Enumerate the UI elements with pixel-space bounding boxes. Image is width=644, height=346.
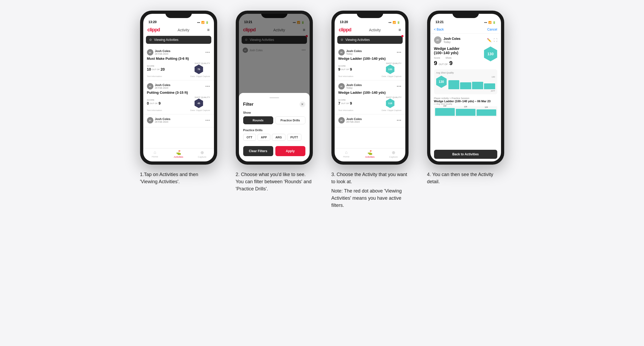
apply-button[interactable]: Apply: [275, 146, 305, 156]
detail-stats-section: Score Shots 9 OUT OF 9: [434, 57, 460, 67]
bar-chart-4: [448, 79, 495, 89]
user-info-1-1: JC Josh Coles 28 Feb 2023: [147, 49, 171, 55]
avatar-1-1: JC: [147, 49, 153, 55]
app-title-3: Activity: [369, 28, 381, 32]
out-of-1-1: OUT OF: [152, 68, 160, 71]
clear-filters-button[interactable]: Clear Filters: [243, 146, 273, 156]
activities-icon-1: ⛳: [176, 150, 181, 155]
app-title-1: Activity: [178, 28, 189, 32]
info-left-1-1: Test Information: [147, 75, 162, 78]
app-button[interactable]: APP: [258, 134, 271, 141]
screen-4: 13:21 ▪▪▪ 📶 🔋 < Back Cancel JC: [430, 14, 501, 161]
edit-icons: ✏️ ⛶: [487, 38, 497, 42]
back-to-activities-button[interactable]: Back to Activities: [434, 150, 497, 159]
rounds-toggle-button[interactable]: Rounds: [243, 116, 273, 124]
putt-button[interactable]: PUTT: [287, 134, 302, 141]
ott-button[interactable]: OTT: [243, 134, 256, 141]
session-type: Player Activity > Practice Session: [434, 97, 497, 100]
shots-val-3-2: 9: [350, 101, 352, 105]
user-date-3-3: 28 Feb 2023: [346, 121, 362, 123]
viewing-banner-1[interactable]: ⚙ Viewing Activities: [146, 36, 211, 44]
user-name-3-1: Josh Coles: [346, 49, 362, 53]
phone-2: 13:21 ▪▪▪ 📶 🔋 clippd Activity ≡ ⚙ Viewin…: [236, 11, 313, 165]
chart-bars-area: 130 APP: [448, 76, 495, 92]
modal-header: Filter ×: [243, 101, 305, 107]
score-label-1-2: Score: [147, 99, 161, 101]
quality-label-3-2: Shot Quality: [386, 96, 402, 99]
status-icons-4: ▪▪▪ 📶 🔋: [484, 21, 496, 24]
avatar-1-2: JC: [147, 83, 153, 89]
detail-user-date: Today: [444, 41, 461, 44]
dots-menu-3-1[interactable]: •••: [397, 50, 402, 54]
nav-activities-3[interactable]: ⛳ Activities: [358, 150, 382, 158]
bar-2: [460, 82, 471, 89]
nav-capture-1[interactable]: ⊕ Capture: [190, 150, 214, 158]
detail-avatar: JC: [434, 36, 441, 44]
user-info-1-3: JC Josh Coles 28 Feb 2023: [147, 117, 171, 123]
viewing-banner-3[interactable]: ⚙ Viewing Activities: [337, 36, 403, 44]
logo-1: clippd: [148, 27, 160, 33]
session-section: Player Activity > Practice Session Wedge…: [434, 97, 497, 117]
close-modal-button[interactable]: ×: [300, 101, 305, 107]
notch-4: [452, 11, 479, 18]
menu-icon-1[interactable]: ≡: [207, 28, 209, 32]
activity-title-3-2: Wedge Ladder (100–140 yds): [338, 91, 402, 95]
dots-menu-1-1[interactable]: •••: [205, 50, 210, 54]
notch-3: [357, 11, 383, 18]
avatar-3-2: JC: [338, 83, 345, 89]
shots-val-1-2: 9: [158, 101, 161, 105]
stats-row-3-1: Score 9 OUT OF 9 Shot Quality 130: [338, 62, 402, 74]
edit-icon[interactable]: ✏️: [487, 38, 491, 42]
bottom-nav-1: ⌂ Home ⛳ Activities ⊕ Capture: [143, 148, 214, 161]
detail-activity-title: Wedge Ladder(100–140 yds): [434, 46, 460, 55]
nav-capture-label-1: Capture: [198, 156, 206, 158]
dots-menu-3-3[interactable]: •••: [397, 118, 402, 122]
score-val-1-1: 10: [147, 67, 151, 71]
detail-shots-val: 9: [449, 60, 453, 67]
activity-card-1-1[interactable]: JC Josh Coles 28 Feb 2023 ••• Must Make …: [143, 46, 214, 80]
nav-home-label-1: Home: [152, 155, 158, 158]
activity-card-3-3[interactable]: JC Josh Coles 28 Feb 2023 •••: [335, 114, 405, 127]
quality-label-3-1: Shot Quality: [386, 62, 402, 65]
dots-menu-1-2[interactable]: •••: [205, 84, 210, 88]
cancel-button[interactable]: Cancel: [487, 28, 497, 31]
detail-quality-badge: 130: [484, 46, 497, 61]
quality-badge-1-2: 45: [195, 99, 203, 108]
nav-home-1[interactable]: ⌂ Home: [143, 150, 167, 158]
banner-text-1: Viewing Activities: [154, 38, 179, 42]
info-left-1-2: Test Information: [147, 109, 162, 112]
step-1-description: 1.Tap on Activities and then 'Viewing Ac…: [140, 171, 217, 185]
step-2-description: 2. Choose what you'd like to see. You ca…: [236, 171, 313, 193]
activity-card-1-3[interactable]: JC Josh Coles 28 Feb 2023 •••: [143, 114, 214, 127]
logo-3: clippd: [339, 27, 351, 33]
nav-activities-label-3: Activities: [365, 156, 375, 158]
expand-icon[interactable]: ⛶: [494, 38, 497, 42]
practice-drills-toggle-button[interactable]: Practice Drills: [275, 116, 305, 124]
step-1-column: 13:20 ▪▪▪ 📶 🔋 clippd Activity ≡ ⚙ Viewin…: [136, 11, 221, 211]
home-icon-1: ⌂: [154, 150, 156, 155]
arg-button[interactable]: ARG: [272, 134, 285, 141]
screen-1: 13:20 ▪▪▪ 📶 🔋 clippd Activity ≡ ⚙ Viewin…: [143, 14, 214, 161]
nav-activities-1[interactable]: ⛳ Activities: [167, 150, 190, 158]
avatar-1-3: JC: [147, 117, 153, 123]
user-info-1-2: JC Josh Coles 28 Feb 2023: [147, 83, 171, 89]
dots-menu-1-3[interactable]: •••: [205, 118, 210, 122]
activity-card-1-2[interactable]: JC Josh Coles 28 Feb 2023 ••• Putting Co…: [143, 80, 214, 114]
detail-out-of: OUT OF: [439, 63, 448, 66]
user-info-3-2: JC Josh Coles Today: [338, 83, 362, 89]
out-of-1-2: OUT OF: [150, 102, 158, 105]
status-time-4: 13:21: [436, 20, 444, 24]
filter-icon-1: ⚙: [149, 38, 152, 42]
drills-label: Practice Drills: [243, 129, 305, 132]
activity-card-3-2[interactable]: JC Josh Coles Today ••• Wedge Ladder (10…: [335, 80, 405, 114]
nav-home-3[interactable]: ⌂ Home: [335, 150, 358, 158]
back-button[interactable]: < Back: [434, 28, 444, 31]
menu-icon-3[interactable]: ≡: [398, 28, 401, 32]
wifi-icon-4: 📶: [488, 21, 491, 24]
dots-menu-3-2[interactable]: •••: [397, 84, 402, 88]
nav-capture-3[interactable]: ⊕ Capture: [382, 150, 405, 158]
notch-1: [165, 11, 192, 18]
card-footer-1-1: Test Information Data: Clippd Capture: [147, 75, 210, 78]
show-label: Show: [243, 111, 305, 114]
activity-card-3-1[interactable]: JC Josh Coles Today ••• Wedge Ladder (10…: [335, 46, 405, 80]
